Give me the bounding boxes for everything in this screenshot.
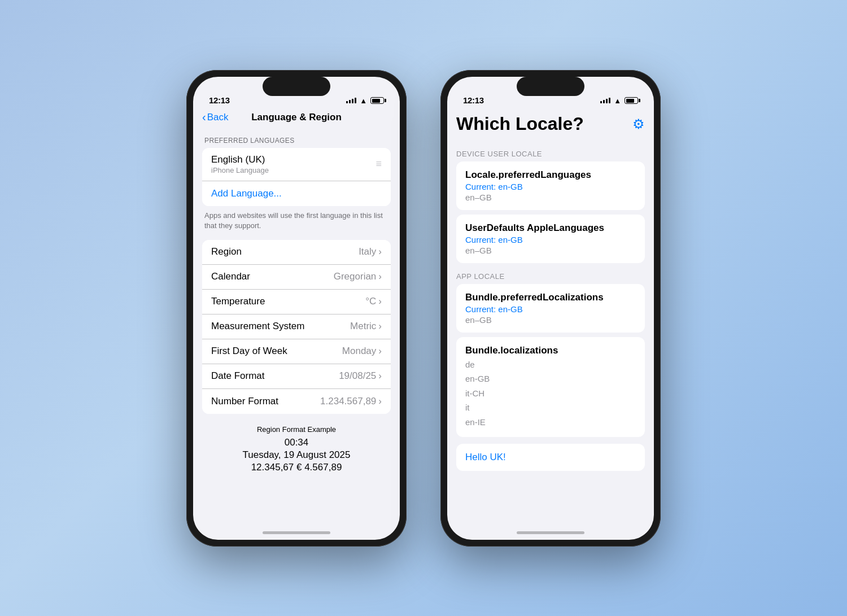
settings-item-numberformat[interactable]: Number Format 1.234.567,89 › (202, 389, 391, 414)
language-item-english[interactable]: English (UK) iPhone Language ≡ (202, 148, 391, 181)
settings-label-calendar: Calendar (211, 271, 250, 282)
home-indicator-left (263, 531, 330, 534)
region-example-time: 00:34 (202, 437, 391, 448)
page-title-which-locale: Which Locale? (456, 114, 584, 134)
settings-value-measurement: Metric › (350, 321, 382, 332)
back-chevron-icon: ‹ (202, 111, 206, 123)
language-info-text: Apps and websites will use the first lan… (193, 206, 400, 240)
status-time-right: 12:13 (463, 95, 484, 105)
language-item-left: English (UK) iPhone Language (211, 154, 269, 174)
app-locale-header: APP LOCALE (456, 265, 645, 284)
signal-icon (346, 98, 356, 103)
status-time-left: 12:13 (209, 95, 230, 105)
hello-card[interactable]: Hello UK! (456, 444, 645, 471)
settings-label-numberformat: Number Format (211, 396, 278, 407)
settings-item-firstday[interactable]: First Day of Week Monday › (202, 339, 391, 364)
settings-value-calendar: Gregorian › (334, 271, 382, 282)
settings-label-measurement: Measurement System (211, 321, 304, 332)
settings-item-temperature[interactable]: Temperature °C › (202, 290, 391, 314)
right-screen: 12:13 ▲ Which Locale? ⚙ DEV (447, 77, 654, 540)
chevron-icon: › (378, 321, 382, 332)
settings-value-firstday: Monday › (342, 346, 382, 357)
battery-icon (370, 97, 384, 104)
settings-label-region: Region (211, 246, 242, 257)
bundle-localizations-list: de en-GB it-CH it en-IE (465, 357, 636, 430)
left-iphone: 12:13 ▲ ‹ Back Language & Region (186, 70, 407, 547)
left-screen: 12:13 ▲ ‹ Back Language & Region (193, 77, 400, 540)
settings-item-region[interactable]: Region Italy › (202, 240, 391, 265)
dynamic-island (263, 77, 330, 96)
wifi-icon-right: ▲ (614, 97, 621, 105)
chevron-icon: › (378, 246, 382, 257)
dynamic-island-right (517, 77, 584, 96)
region-example-numbers: 12.345,67 € 4.567,89 (202, 462, 391, 473)
calendar-value: Gregorian (334, 271, 377, 282)
bundle-preferred-current: Current: en-GB (465, 304, 636, 314)
language-item-subtitle: iPhone Language (211, 166, 269, 174)
measurement-value: Metric (350, 321, 376, 332)
add-language-button[interactable]: Add Language... (202, 181, 391, 206)
locale-card-userdefaults[interactable]: UserDefaults AppleLanguages Current: en-… (456, 215, 645, 263)
settings-label-firstday: First Day of Week (211, 346, 287, 357)
signal-icon-right (600, 98, 610, 103)
region-example-date: Tuesday, 19 August 2025 (202, 449, 391, 461)
bundle-localizations-title: Bundle.localizations (465, 345, 636, 356)
settings-value-region: Italy › (359, 246, 382, 257)
numberformat-value: 1.234.567,89 (320, 396, 376, 407)
settings-list: Region Italy › Calendar Gregorian › Temp… (202, 240, 391, 414)
userdefaults-value: en–GB (465, 246, 636, 255)
settings-item-dateformat[interactable]: Date Format 19/08/25 › (202, 364, 391, 389)
bundle-locale-it: it (465, 400, 636, 415)
left-screen-content: PREFERRED LANGUAGES English (UK) iPhone … (193, 128, 400, 540)
bundle-locale-en-gb: en-GB (465, 372, 636, 386)
bundle-preferred-title: Bundle.preferredLocalizations (465, 292, 636, 303)
dateformat-value: 19/08/25 (339, 370, 376, 382)
battery-icon-right (625, 97, 638, 104)
hello-label: Hello UK! (465, 452, 506, 462)
region-example-title: Region Format Example (202, 425, 391, 434)
locale-content: Which Locale? ⚙ DEVICE USER LOCALE Local… (447, 110, 654, 540)
drag-handle-icon: ≡ (376, 158, 382, 170)
settings-label-temperature: Temperature (211, 296, 265, 307)
bundle-locale-de: de (465, 357, 636, 372)
chevron-icon: › (378, 370, 382, 382)
status-icons-left: ▲ (346, 97, 384, 105)
preferred-languages-title: Locale.preferredLanguages (465, 169, 636, 181)
settings-label-dateformat: Date Format (211, 370, 264, 382)
settings-item-measurement[interactable]: Measurement System Metric › (202, 314, 391, 339)
chevron-icon: › (378, 296, 382, 307)
back-button[interactable]: ‹ Back (202, 112, 228, 123)
chevron-icon: › (378, 271, 382, 282)
nav-title: Language & Region (251, 112, 342, 123)
temperature-value: °C (365, 296, 376, 307)
settings-value-temperature: °C › (365, 296, 382, 307)
right-iphone: 12:13 ▲ Which Locale? ⚙ DEV (440, 70, 661, 547)
bundle-locale-it-ch: it-CH (465, 386, 636, 401)
preferred-languages-header: PREFERRED LANGUAGES (193, 128, 400, 148)
back-label: Back (207, 112, 229, 123)
locale-card-bundle-localizations[interactable]: Bundle.localizations de en-GB it-CH it e… (456, 337, 645, 438)
preferred-languages-current: Current: en-GB (465, 182, 636, 191)
bundle-locale-en-ie: en-IE (465, 415, 636, 430)
language-item-title: English (UK) (211, 154, 269, 165)
region-value: Italy (359, 246, 376, 257)
wifi-icon: ▲ (360, 97, 367, 105)
locale-header-row: Which Locale? ⚙ (456, 110, 645, 143)
userdefaults-title: UserDefaults AppleLanguages (465, 222, 636, 234)
locale-card-bundle-preferred[interactable]: Bundle.preferredLocalizations Current: e… (456, 284, 645, 333)
add-language-label: Add Language... (211, 188, 282, 199)
chevron-icon: › (378, 396, 382, 407)
language-list: English (UK) iPhone Language ≡ Add Langu… (202, 148, 391, 206)
userdefaults-current: Current: en-GB (465, 235, 636, 244)
chevron-icon: › (378, 346, 382, 357)
settings-item-calendar[interactable]: Calendar Gregorian › (202, 265, 391, 290)
device-user-locale-header: DEVICE USER LOCALE (456, 143, 645, 161)
preferred-languages-value: en–GB (465, 193, 636, 202)
locale-card-preferred-languages[interactable]: Locale.preferredLanguages Current: en-GB… (456, 161, 645, 210)
nav-bar-left: ‹ Back Language & Region (193, 110, 400, 128)
home-indicator-right (517, 531, 584, 534)
bundle-preferred-value: en–GB (465, 315, 636, 325)
firstday-value: Monday (342, 346, 376, 357)
gear-icon[interactable]: ⚙ (632, 116, 645, 132)
status-icons-right: ▲ (600, 97, 638, 105)
